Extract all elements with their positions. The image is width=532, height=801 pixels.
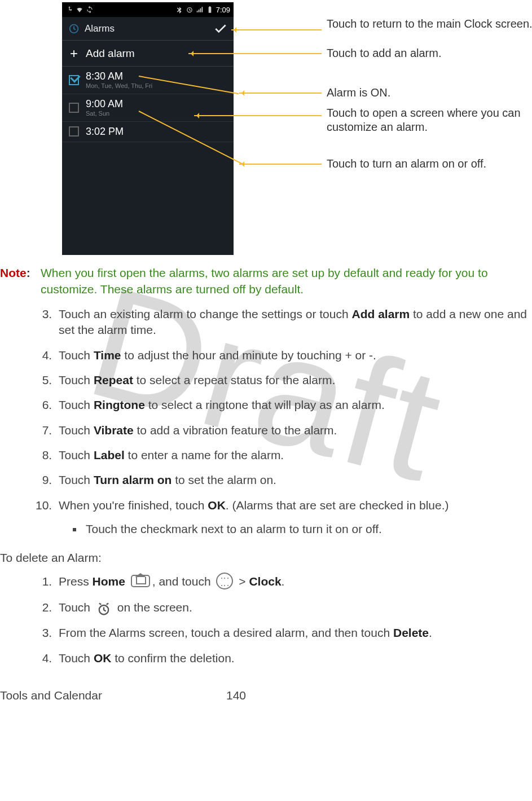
battery-icon [206, 6, 214, 14]
alarm-time: 3:02 PM [86, 126, 124, 138]
step-item: When you're finished, touch OK. (Alarms … [55, 498, 532, 538]
alarm-clock-icon [96, 601, 112, 617]
step-item: Press Home , and touch > Clock. [55, 574, 532, 591]
alarm-status-icon [186, 6, 194, 14]
callout-text: Touch to turn an alarm on or off. [327, 157, 532, 171]
sync-icon [86, 6, 94, 14]
bluetooth-icon [175, 6, 183, 14]
plus-icon: + [70, 46, 78, 61]
signal-icon [196, 6, 204, 14]
figure-row: 7:09 Alarms + Add alarm 8:30 AM Mon, Tue… [62, 2, 532, 255]
callout-text: Touch to return to the main Clock screen… [327, 17, 532, 31]
step-item: From the Alarms screen, touch a desired … [55, 625, 532, 641]
delete-steps: Press Home , and touch > Clock. Touch on… [0, 574, 532, 667]
callout-arrow [188, 53, 322, 54]
usb-icon [65, 6, 73, 14]
callout-text: Touch to add an alarm. [327, 46, 532, 60]
footer-page: 140 [226, 689, 246, 702]
callout-text: Touch to open a screen where you can cus… [327, 106, 532, 134]
status-bar: 7:09 [62, 2, 234, 17]
alarm-days: Sat, Sun [86, 110, 123, 117]
alarm-row[interactable]: 8:30 AM Mon, Tue, Wed, Thu, Fri [62, 67, 234, 94]
step-item: Touch OK to confirm the deletion. [55, 650, 532, 666]
callout-text: Alarm is ON. [327, 86, 532, 100]
callout-arrow [231, 29, 322, 30]
screen-title: Alarms [85, 23, 115, 34]
alarm-row[interactable]: 3:02 PM [62, 122, 234, 143]
callout-arrow [239, 93, 322, 94]
callout-arrow [239, 164, 322, 165]
status-time: 7:09 [216, 6, 230, 14]
step-item: Touch an existing alarm to change the se… [55, 306, 532, 338]
clock-icon [68, 23, 80, 35]
sub-list: Touch the checkmark next to an alarm to … [59, 521, 532, 537]
step-item: Touch Repeat to select a repeat status f… [55, 372, 532, 388]
note-block: Note: When you first open the alarms, tw… [0, 265, 532, 297]
callout-arrow [194, 115, 322, 116]
step-item: Touch Vibrate to add a vibration feature… [55, 422, 532, 438]
delete-heading: To delete an Alarm: [0, 551, 532, 565]
alarm-row[interactable]: 9:00 AM Sat, Sun [62, 94, 234, 122]
alarm-days: Mon, Tue, Wed, Thu, Fri [86, 82, 152, 89]
page-footer: Tools and Calendar 140 [0, 689, 532, 709]
steps-list: Touch an existing alarm to change the se… [0, 306, 532, 537]
step-item: Touch Ringtone to select a ringtone that… [55, 397, 532, 413]
step-item: Touch Turn alarm on to set the alarm on. [55, 472, 532, 488]
step-item: Touch Time to adjust the hour and minute… [55, 347, 532, 363]
alarm-time: 9:00 AM [86, 99, 123, 110]
note-label: Note: [0, 265, 41, 297]
apps-icon [216, 573, 233, 589]
phone-screenshot: 7:09 Alarms + Add alarm 8:30 AM Mon, Tue… [62, 2, 234, 255]
step-item: Touch on the screen. [55, 600, 532, 616]
wifi-icon [76, 6, 83, 14]
done-check-icon[interactable] [213, 21, 228, 36]
alarm-checkbox[interactable] [69, 75, 79, 85]
note-body: When you first open the alarms, two alar… [41, 265, 532, 297]
step-item: Touch Label to enter a name for the alar… [55, 447, 532, 463]
add-alarm-label: Add alarm [86, 47, 135, 60]
footer-section: Tools and Calendar [0, 689, 102, 702]
title-bar: Alarms [62, 17, 234, 41]
phone-filler [62, 142, 234, 255]
alarm-checkbox[interactable] [69, 103, 79, 113]
sub-item: Touch the checkmark next to an alarm to … [83, 521, 532, 537]
home-icon [131, 575, 150, 587]
alarm-checkbox[interactable] [69, 126, 79, 137]
